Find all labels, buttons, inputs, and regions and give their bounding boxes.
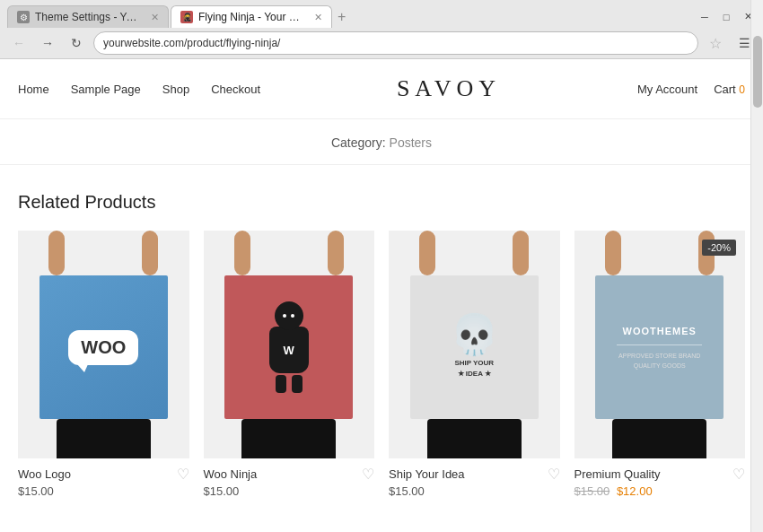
- arm-left-3: [419, 231, 435, 275]
- minimize-button[interactable]: ─: [697, 9, 713, 25]
- bookmark-icon[interactable]: ☆: [704, 31, 727, 55]
- skull-emoji: 💀: [450, 315, 499, 354]
- product-name-premium: Premium Quality: [574, 467, 661, 481]
- maximize-button[interactable]: □: [718, 9, 734, 25]
- browser-toolbar: ← → ↻ ☆ ☰: [0, 28, 763, 58]
- arm-right-2: [328, 231, 344, 275]
- forward-button[interactable]: →: [36, 31, 59, 55]
- browser-chrome: ⚙ Theme Settings - Your W... ✕ 🥷 Flying …: [0, 0, 763, 59]
- window-controls: ─ □ ✕: [697, 9, 756, 25]
- product-info-ship-idea: Ship Your Idea ♡: [389, 458, 560, 484]
- product-info-woo-logo: Woo Logo ♡: [18, 458, 189, 484]
- nav-cart[interactable]: Cart 0: [714, 83, 745, 96]
- product-card-premium[interactable]: WOOTHEMES APPROVED STORE BRANDQUALITY GO…: [574, 231, 746, 501]
- reload-button[interactable]: ↻: [65, 31, 88, 55]
- browser-titlebar: ⚙ Theme Settings - Your W... ✕ 🥷 Flying …: [0, 0, 763, 28]
- tab2-close[interactable]: ✕: [314, 12, 322, 23]
- product-image-premium: WOOTHEMES APPROVED STORE BRANDQUALITY GO…: [574, 231, 746, 458]
- site-header: Home Sample Page Shop Checkout SAVOY My …: [0, 59, 763, 119]
- nav-sample-page[interactable]: Sample Page: [71, 83, 141, 96]
- product-image-woo-logo: WOO: [18, 231, 189, 458]
- site-logo[interactable]: SAVOY: [260, 75, 637, 102]
- browser-tabs: ⚙ Theme Settings - Your W... ✕ 🥷 Flying …: [7, 5, 346, 28]
- category-bar: Category: Posters: [0, 119, 763, 165]
- tab2-label: Flying Ninja - Your Webs...: [198, 11, 305, 23]
- back-button[interactable]: ←: [7, 31, 31, 55]
- arm-left-4: [605, 231, 621, 275]
- arm-left-2: [234, 231, 250, 275]
- tab1-close[interactable]: ✕: [151, 12, 159, 23]
- product-price-woo-logo: $15.00: [18, 484, 189, 501]
- browser-tab-2[interactable]: 🥷 Flying Ninja - Your Webs... ✕: [171, 5, 332, 28]
- section-title: Related Products: [18, 192, 745, 213]
- product-price-ship-idea: $15.00: [389, 484, 560, 501]
- tab2-favicon: 🥷: [180, 11, 193, 23]
- arm-right: [142, 231, 158, 275]
- wishlist-premium[interactable]: ♡: [732, 466, 745, 483]
- category-label: Category:: [331, 135, 386, 150]
- nav-checkout[interactable]: Checkout: [211, 83, 260, 96]
- product-name-ship-idea: Ship Your Idea: [389, 467, 465, 481]
- nav-shop[interactable]: Shop: [162, 83, 189, 96]
- product-image-ship-idea: 💀 SHIP YOUR★ IDEA ★: [389, 231, 560, 458]
- tab1-favicon: ⚙: [17, 11, 30, 23]
- product-image-woo-ninja: W: [204, 231, 375, 458]
- address-bar[interactable]: [93, 31, 698, 55]
- product-info-woo-ninja: Woo Ninja ♡: [204, 458, 375, 484]
- wishlist-woo-logo[interactable]: ♡: [177, 466, 189, 483]
- nav-left: Home Sample Page Shop Checkout: [18, 83, 260, 96]
- nav-right: My Account Cart 0: [637, 83, 745, 96]
- new-price-premium: $12.00: [617, 484, 653, 498]
- cart-badge: 0: [739, 83, 745, 96]
- wishlist-ship-idea[interactable]: ♡: [548, 466, 560, 483]
- product-card-woo-logo[interactable]: WOO Woo Logo ♡ $15.00: [18, 231, 189, 501]
- nav-home[interactable]: Home: [18, 83, 49, 96]
- new-tab-button[interactable]: +: [338, 10, 346, 28]
- tab1-label: Theme Settings - Your W...: [35, 11, 142, 23]
- related-products-section: Related Products WOO: [0, 165, 763, 532]
- product-price-premium: $15.00 $12.00: [574, 484, 746, 501]
- arm-right-3: [513, 231, 529, 275]
- arm-left: [48, 231, 65, 275]
- product-card-ship-idea[interactable]: 💀 SHIP YOUR★ IDEA ★ Ship Your Idea ♡ $15…: [389, 231, 560, 501]
- products-grid: WOO Woo Logo ♡ $15.00: [18, 231, 745, 501]
- site-nav: Home Sample Page Shop Checkout SAVOY My …: [18, 59, 745, 118]
- wishlist-woo-ninja[interactable]: ♡: [362, 466, 374, 483]
- scrollbar: [750, 0, 763, 532]
- nav-my-account[interactable]: My Account: [637, 83, 697, 96]
- browser-tab-1[interactable]: ⚙ Theme Settings - Your W... ✕: [7, 5, 169, 28]
- product-info-premium: Premium Quality ♡: [574, 458, 746, 484]
- scrollbar-thumb[interactable]: [753, 36, 762, 108]
- product-price-woo-ninja: $15.00: [204, 484, 375, 501]
- old-price-premium: $15.00: [574, 484, 610, 498]
- category-value[interactable]: Posters: [390, 135, 432, 150]
- product-name-woo-logo: Woo Logo: [18, 467, 71, 481]
- product-name-woo-ninja: Woo Ninja: [204, 467, 258, 481]
- website: Home Sample Page Shop Checkout SAVOY My …: [0, 59, 763, 532]
- sale-badge-premium: -20%: [702, 240, 736, 256]
- product-card-woo-ninja[interactable]: W Wo: [204, 231, 375, 501]
